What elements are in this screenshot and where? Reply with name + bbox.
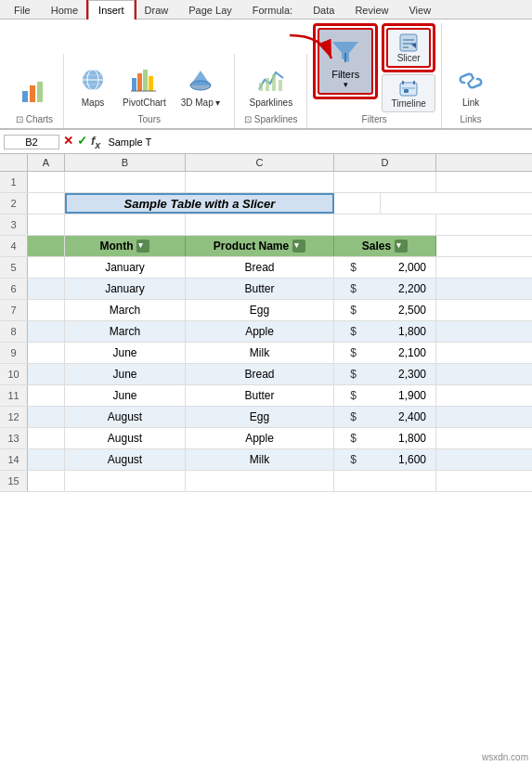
tab-data[interactable]: Data xyxy=(303,0,344,19)
rownum-12: 12 xyxy=(0,407,28,427)
sales-filter-icon[interactable] xyxy=(395,240,408,253)
cell-b15[interactable] xyxy=(65,471,186,491)
cell-d10[interactable]: $ 2,300 xyxy=(334,364,436,384)
link-btn[interactable]: Link xyxy=(449,61,492,112)
cell-b14[interactable]: August xyxy=(65,449,186,470)
cell-c14[interactable]: Milk xyxy=(186,449,334,470)
tab-draw[interactable]: Draw xyxy=(135,0,179,19)
tab-review[interactable]: Review xyxy=(344,0,398,19)
3dmap-icon xyxy=(186,66,215,96)
cell-b4-header[interactable]: Month xyxy=(65,236,186,256)
dollar-6: $ xyxy=(338,282,360,295)
cell-d7[interactable]: $ 2,500 xyxy=(334,300,436,320)
cell-d4-header[interactable]: Sales xyxy=(334,236,436,256)
row-12: 12 August Egg $ 2,400 xyxy=(0,407,532,428)
cell-b5[interactable]: January xyxy=(65,257,186,278)
rownum-13: 13 xyxy=(0,428,28,448)
cell-d8[interactable]: $ 1,800 xyxy=(334,321,436,342)
cell-a3[interactable] xyxy=(28,214,65,235)
amount-11: 1,900 xyxy=(360,389,432,402)
ribbon-content: ⊡ Charts Maps xyxy=(0,19,532,129)
sparklines-btn[interactable]: Sparklines xyxy=(242,61,299,112)
sales-header: Sales xyxy=(362,240,391,253)
productname-filter-icon[interactable] xyxy=(292,240,305,253)
cell-d13[interactable]: $ 1,800 xyxy=(334,428,436,448)
cell-a6[interactable] xyxy=(28,279,65,299)
filters-btn[interactable]: Filters ▾ xyxy=(318,28,373,95)
tab-home[interactable]: Home xyxy=(41,0,88,19)
cell-c5[interactable]: Bread xyxy=(186,257,334,278)
sparklines-group: Sparklines ⊡ Sparklines xyxy=(235,54,307,128)
cell-a15[interactable] xyxy=(28,471,65,491)
cell-a12[interactable] xyxy=(28,407,65,427)
cell-b3[interactable] xyxy=(65,214,186,235)
cell-d1[interactable] xyxy=(334,172,436,192)
row-13: 13 August Apple $ 1,800 xyxy=(0,428,532,449)
cell-d3[interactable] xyxy=(334,214,436,235)
slicer-btn[interactable]: Slicer xyxy=(386,28,431,68)
cell-c15[interactable] xyxy=(186,471,334,491)
filters-icon xyxy=(329,35,362,69)
cell-c12[interactable]: Egg xyxy=(186,407,334,427)
cell-a2[interactable] xyxy=(28,193,65,214)
dollar-12: $ xyxy=(338,410,360,423)
cell-a5[interactable] xyxy=(28,257,65,278)
formula-input[interactable] xyxy=(104,136,528,149)
ribbon-tabs: File Home Insert Draw Page Lay Formula: … xyxy=(0,0,532,19)
cell-reference[interactable] xyxy=(4,135,59,149)
cell-b9[interactable]: June xyxy=(65,343,186,363)
cell-a4[interactable] xyxy=(28,236,65,256)
tab-view[interactable]: View xyxy=(398,0,441,19)
cell-a7[interactable] xyxy=(28,300,65,320)
cell-b6[interactable]: January xyxy=(65,279,186,299)
cell-c7[interactable]: Egg xyxy=(186,300,334,320)
amount-8: 1,800 xyxy=(360,325,432,338)
cell-c6[interactable]: Butter xyxy=(186,279,334,299)
cell-c13[interactable]: Apple xyxy=(186,428,334,448)
cell-d15[interactable] xyxy=(334,471,436,491)
cell-d2[interactable] xyxy=(334,193,381,214)
cell-d11[interactable]: $ 1,900 xyxy=(334,385,436,406)
cell-c3[interactable] xyxy=(186,214,334,235)
cell-c11[interactable]: Butter xyxy=(186,385,334,406)
cell-c4-header[interactable]: Product Name xyxy=(186,236,334,256)
cell-b10[interactable]: June xyxy=(65,364,186,384)
charts-btn[interactable] xyxy=(13,71,56,112)
tab-file[interactable]: File xyxy=(4,0,41,19)
cell-a10[interactable] xyxy=(28,364,65,384)
tab-formulas[interactable]: Formula: xyxy=(242,0,303,19)
svg-rect-17 xyxy=(272,74,276,91)
cell-d12[interactable]: $ 2,400 xyxy=(334,407,436,427)
cell-a14[interactable] xyxy=(28,449,65,470)
cell-d9[interactable]: $ 2,100 xyxy=(334,343,436,363)
cell-c9[interactable]: Milk xyxy=(186,343,334,363)
cell-a1[interactable] xyxy=(28,172,65,192)
cell-c1[interactable] xyxy=(186,172,334,192)
cell-a9[interactable] xyxy=(28,343,65,363)
cell-d5[interactable]: $ 2,000 xyxy=(334,257,436,278)
cell-a13[interactable] xyxy=(28,428,65,448)
charts-icon xyxy=(19,76,49,106)
cell-d6[interactable]: $ 2,200 xyxy=(334,279,436,299)
cell-a11[interactable] xyxy=(28,385,65,406)
cell-b1[interactable] xyxy=(65,172,186,192)
maps-label: Maps xyxy=(82,97,104,108)
cell-b11[interactable]: June xyxy=(65,385,186,406)
formula-bar-icons: ✕ ✓ fx xyxy=(63,134,100,150)
tab-insert[interactable]: Insert xyxy=(88,0,135,19)
cell-b7[interactable]: March xyxy=(65,300,186,320)
cell-b2-title[interactable]: Sample Table with a Slicer xyxy=(65,193,334,214)
timeline-btn[interactable]: Timeline xyxy=(382,74,435,112)
maps-btn[interactable]: Maps xyxy=(71,61,114,112)
cell-c10[interactable]: Bread xyxy=(186,364,334,384)
pivotchart-btn[interactable]: PivotChart xyxy=(116,61,173,112)
cell-a8[interactable] xyxy=(28,321,65,342)
cell-c8[interactable]: Apple xyxy=(186,321,334,342)
month-filter-icon[interactable] xyxy=(136,240,149,253)
cell-d14[interactable]: $ 1,600 xyxy=(334,449,436,470)
cell-b8[interactable]: March xyxy=(65,321,186,342)
cell-b12[interactable]: August xyxy=(65,407,186,427)
cell-b13[interactable]: August xyxy=(65,428,186,448)
3dmap-btn[interactable]: 3D Map ▾ xyxy=(175,61,227,112)
tab-pagelayout[interactable]: Page Lay xyxy=(178,0,241,19)
